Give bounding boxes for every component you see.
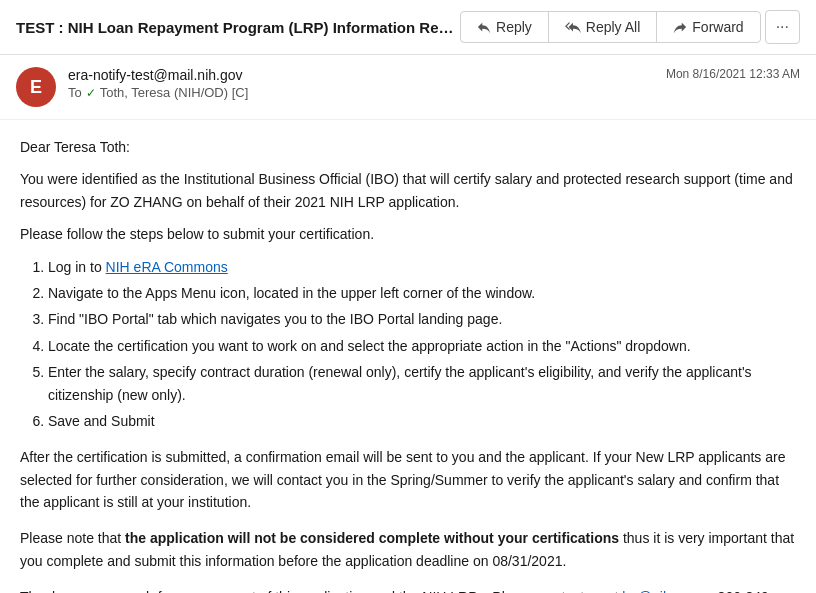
forward-icon bbox=[673, 20, 687, 34]
email-subject: TEST : NIH Loan Repayment Program (LRP) … bbox=[16, 19, 461, 36]
paragraph-5: Thank you very much for your support of … bbox=[20, 586, 796, 593]
sender-info: era-notify-test@mail.nih.gov To ✓ Toth, … bbox=[68, 67, 654, 100]
para4-before-bold: Please note that bbox=[20, 530, 125, 546]
timestamp: Mon 8/16/2021 12:33 AM bbox=[666, 67, 800, 81]
verified-icon: ✓ bbox=[86, 86, 96, 100]
to-label: To bbox=[68, 85, 82, 100]
para4-bold: the application will not be considered c… bbox=[125, 530, 619, 546]
recipient-line: To ✓ Toth, Teresa (NIH/OD) [C] bbox=[68, 85, 654, 100]
more-options-button[interactable]: ··· bbox=[765, 10, 800, 44]
paragraph-4: Please note that the application will no… bbox=[20, 527, 796, 572]
recipient-name: Toth, Teresa (NIH/OD) [C] bbox=[100, 85, 249, 100]
greeting: Dear Teresa Toth: bbox=[20, 136, 796, 158]
reply-icon bbox=[477, 20, 491, 34]
action-buttons: Reply Reply All Forward ··· bbox=[461, 10, 800, 44]
title-bar: TEST : NIH Loan Repayment Program (LRP) … bbox=[0, 0, 816, 55]
avatar: E bbox=[16, 67, 56, 107]
paragraph-3: After the certification is submitted, a … bbox=[20, 446, 796, 513]
reply-button[interactable]: Reply bbox=[460, 11, 549, 43]
list-item: Find "IBO Portal" tab which navigates yo… bbox=[48, 308, 796, 330]
email-body: Dear Teresa Toth: You were identified as… bbox=[0, 120, 816, 593]
list-item: Locate the certification you want to wor… bbox=[48, 335, 796, 357]
sender-email: era-notify-test@mail.nih.gov bbox=[68, 67, 654, 83]
lrp-email-link[interactable]: lrp@nih.gov bbox=[622, 589, 697, 593]
para5-before-link: Thank you very much for your support of … bbox=[20, 589, 622, 593]
email-header: E era-notify-test@mail.nih.gov To ✓ Toth… bbox=[0, 55, 816, 120]
reply-all-button[interactable]: Reply All bbox=[548, 11, 657, 43]
steps-list: Log in to NIH eRA Commons Navigate to th… bbox=[48, 256, 796, 433]
forward-button[interactable]: Forward bbox=[656, 11, 760, 43]
list-item: Log in to NIH eRA Commons bbox=[48, 256, 796, 278]
era-commons-link[interactable]: NIH eRA Commons bbox=[106, 259, 228, 275]
paragraph-1: You were identified as the Institutional… bbox=[20, 168, 796, 213]
list-item: Save and Submit bbox=[48, 410, 796, 432]
paragraph-2: Please follow the steps below to submit … bbox=[20, 223, 796, 245]
reply-all-icon bbox=[565, 20, 581, 34]
list-item: Enter the salary, specify contract durat… bbox=[48, 361, 796, 406]
list-item: Navigate to the Apps Menu icon, located … bbox=[48, 282, 796, 304]
